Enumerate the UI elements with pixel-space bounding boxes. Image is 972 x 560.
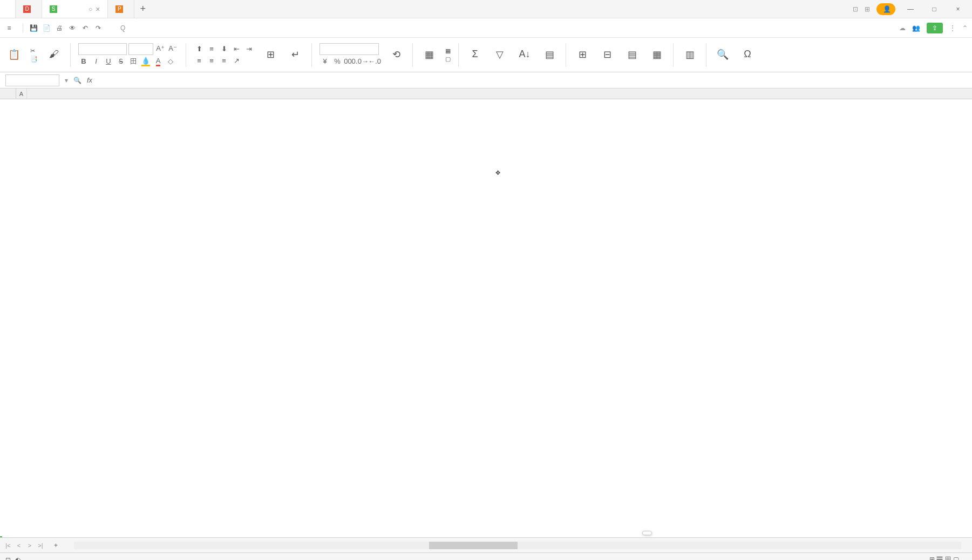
- table-style-button[interactable]: ▦: [445, 47, 451, 54]
- freeze-button[interactable]: ▦: [648, 48, 665, 62]
- fill-button[interactable]: ▤: [541, 48, 558, 62]
- orientation-icon[interactable]: ↗: [231, 56, 242, 66]
- bold-icon[interactable]: B: [78, 56, 89, 67]
- find-cell-icon[interactable]: 🔍: [73, 77, 81, 84]
- sort-button[interactable]: A↓: [516, 48, 533, 62]
- align-center-icon[interactable]: ≡: [206, 56, 217, 66]
- tab-home[interactable]: [0, 0, 16, 18]
- menu-icon[interactable]: ≡: [4, 23, 14, 33]
- funnel-icon: ▽: [493, 48, 506, 61]
- save-icon[interactable]: 💾: [29, 23, 38, 33]
- format-painter-button[interactable]: 🖌: [45, 48, 63, 62]
- menu-right: ☁ 👥 ⇪ ⋮ ⌃: [899, 23, 968, 33]
- indent-inc-icon[interactable]: ⇥: [243, 44, 254, 54]
- underline-icon[interactable]: U: [103, 56, 114, 67]
- font-color-icon[interactable]: A: [153, 56, 164, 67]
- sheet-button[interactable]: ▤: [623, 48, 641, 62]
- status-left: ⊡ ◐: [5, 556, 21, 561]
- close-icon[interactable]: ×: [96, 5, 100, 13]
- tab-strip: D S○× P +: [0, 0, 847, 18]
- cloud-status[interactable]: ☁: [899, 24, 906, 32]
- formula-input[interactable]: [98, 75, 967, 85]
- col-A[interactable]: A: [16, 88, 27, 99]
- search-input[interactable]: [130, 24, 183, 32]
- preview-icon[interactable]: 👁: [67, 23, 77, 33]
- size-select[interactable]: [128, 43, 153, 55]
- filter-button[interactable]: ▽: [491, 48, 508, 62]
- merge-button[interactable]: ⊞: [262, 48, 279, 62]
- close-window-button[interactable]: ×: [949, 4, 967, 15]
- prev-sheet-icon[interactable]: <: [14, 541, 24, 550]
- strike-icon[interactable]: S̶: [115, 56, 126, 67]
- data-rows[interactable]: [0, 99, 972, 536]
- border-icon[interactable]: 田: [128, 56, 139, 67]
- comma-icon[interactable]: 000: [344, 56, 355, 67]
- quick-access: ≡ 💾 📄 🖨 👁 ↶ ↷: [4, 23, 103, 33]
- collapse-ribbon-icon[interactable]: ⌃: [962, 24, 968, 32]
- symbol-button[interactable]: Ω: [739, 48, 756, 62]
- table-tools-button[interactable]: ▥: [681, 48, 698, 62]
- copy-button[interactable]: 📑: [30, 56, 38, 63]
- first-sheet-icon[interactable]: |<: [3, 541, 13, 550]
- currency-icon[interactable]: ¥: [320, 56, 330, 67]
- font-select[interactable]: [78, 43, 127, 55]
- view-icons[interactable]: ⊞ ☰ 田 ▢: [929, 555, 959, 560]
- tab-workbook[interactable]: S○×: [42, 0, 108, 18]
- align-right-icon[interactable]: ≡: [219, 56, 229, 66]
- minimize-button[interactable]: —: [902, 4, 919, 15]
- name-box[interactable]: [5, 74, 59, 86]
- rowcol-button[interactable]: ⊟: [599, 48, 616, 62]
- mode-icon[interactable]: ⊡: [5, 556, 11, 561]
- fill-color-icon[interactable]: 💧: [140, 56, 151, 67]
- select-all-corner[interactable]: [0, 88, 16, 99]
- italic-icon[interactable]: I: [91, 56, 101, 67]
- align-left-icon[interactable]: ≡: [194, 56, 205, 66]
- share-button[interactable]: ⇪: [927, 23, 943, 33]
- grid-area: A ✥: [0, 88, 972, 537]
- last-sheet-icon[interactable]: >|: [36, 541, 45, 550]
- percent-icon[interactable]: %: [332, 56, 343, 67]
- wrap-button[interactable]: ↵: [287, 48, 304, 62]
- cells-button[interactable]: ⊞: [574, 48, 591, 62]
- more-icon[interactable]: ⋮: [949, 24, 956, 32]
- apps-icon[interactable]: ⊞: [865, 5, 870, 13]
- print-icon[interactable]: 🖨: [55, 23, 64, 33]
- scroll-thumb[interactable]: [429, 542, 518, 549]
- tab-ppt[interactable]: P: [108, 0, 134, 18]
- align-top-icon[interactable]: ⬆: [194, 44, 205, 54]
- find-button[interactable]: 🔍: [714, 48, 731, 62]
- sigma-icon: Σ: [468, 48, 481, 61]
- menubar: ≡ 💾 📄 🖨 👁 ↶ ↷ Q ☁ 👥 ⇪ ⋮ ⌃: [0, 18, 972, 38]
- shrink-font-icon[interactable]: A⁻: [167, 43, 178, 54]
- h-scrollbar[interactable]: [74, 542, 961, 549]
- clear-format-icon[interactable]: ◇: [165, 56, 176, 67]
- redo-icon[interactable]: ↷: [93, 23, 103, 33]
- new-tab-button[interactable]: +: [134, 0, 151, 18]
- cond-fmt-button[interactable]: ▦: [420, 48, 438, 62]
- cell-style-button[interactable]: ▢: [445, 56, 451, 63]
- number-format-select[interactable]: [320, 43, 379, 55]
- indent-dec-icon[interactable]: ⇤: [231, 44, 242, 54]
- search-area[interactable]: Q: [120, 24, 183, 32]
- undo-icon[interactable]: ↶: [80, 23, 90, 33]
- dec-inc-icon[interactable]: .0→: [357, 56, 368, 67]
- cut-button[interactable]: ✂: [30, 47, 38, 54]
- login-button[interactable]: 👤: [876, 3, 895, 15]
- dec-dec-icon[interactable]: ←.0: [369, 56, 380, 67]
- tab-template[interactable]: D: [16, 0, 42, 18]
- namebox-dropdown-icon[interactable]: ▾: [65, 77, 68, 84]
- add-sheet-button[interactable]: +: [49, 539, 63, 551]
- grow-font-icon[interactable]: A⁺: [155, 43, 166, 54]
- notify-icon[interactable]: ◐: [15, 556, 21, 561]
- type-convert-button[interactable]: ⟲: [388, 48, 405, 62]
- scan-icon[interactable]: ⊡: [853, 5, 858, 13]
- saveas-icon[interactable]: 📄: [42, 23, 51, 33]
- paste-group[interactable]: 📋: [5, 48, 23, 62]
- coop-button[interactable]: 👥: [912, 24, 920, 32]
- align-mid-icon[interactable]: ≡: [206, 44, 217, 54]
- next-sheet-icon[interactable]: >: [25, 541, 35, 550]
- sum-button[interactable]: Σ: [466, 48, 484, 62]
- fx-icon[interactable]: fx: [87, 76, 92, 84]
- maximize-button[interactable]: □: [926, 4, 943, 15]
- align-bot-icon[interactable]: ⬇: [219, 44, 229, 54]
